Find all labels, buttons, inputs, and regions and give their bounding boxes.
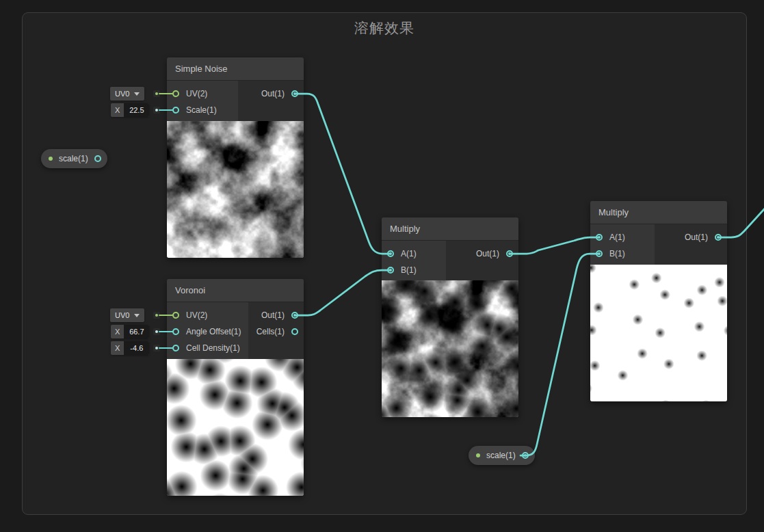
property-node-scale-bottom[interactable]: scale(1) — [469, 446, 535, 465]
scale-connector-dot — [153, 107, 160, 114]
input-row-b: B(1) — [382, 262, 446, 278]
input-row-a: A(1) — [382, 245, 446, 262]
uv-channel-dropdown[interactable]: UV0 — [110, 87, 144, 101]
uv-connector-dot — [153, 90, 160, 97]
cell-density-value-field[interactable]: X -4.6 — [111, 341, 149, 355]
scale-value-field[interactable]: X 22.5 — [111, 103, 149, 117]
multiply-preview-image — [382, 280, 518, 417]
node-simple-noise[interactable]: Simple Noise UV(2) Scale(1) Out(1) — [167, 57, 304, 258]
port-a-input[interactable] — [596, 234, 603, 241]
port-uv-input[interactable] — [172, 312, 179, 319]
property-output-port[interactable] — [94, 155, 101, 162]
output-row-out: Out(1) — [248, 307, 304, 323]
port-cells-output[interactable] — [291, 328, 298, 335]
dropdown-arrow-icon — [134, 314, 140, 317]
node-multiply-1[interactable]: Multiply A(1) B(1) Out(1) — [382, 217, 518, 417]
port-out-output[interactable] — [291, 90, 298, 97]
exposed-property-dot-icon — [476, 453, 480, 457]
shader-graph-canvas[interactable]: 溶解效果 Simple Noise UV(2) Scale(1) Out(1) — [0, 0, 764, 532]
port-a-input[interactable] — [387, 250, 394, 257]
node-title: Multiply — [590, 201, 727, 224]
input-row-uv: UV(2) — [167, 85, 238, 102]
output-row-out: Out(1) — [655, 229, 727, 245]
group-title: 溶解效果 — [22, 18, 747, 38]
port-out-output[interactable] — [715, 234, 722, 241]
port-angle-offset-input[interactable] — [172, 328, 179, 335]
port-b-input[interactable] — [387, 267, 394, 274]
exposed-property-dot-icon — [49, 157, 53, 161]
port-b-input[interactable] — [596, 250, 603, 257]
input-row-scale: Scale(1) — [167, 102, 238, 118]
input-row-b: B(1) — [590, 245, 655, 262]
angle-offset-connector-dot — [153, 328, 160, 335]
property-output-port[interactable] — [522, 452, 529, 459]
port-uv-input[interactable] — [172, 90, 179, 97]
output-row-cells: Cells(1) — [248, 323, 304, 340]
input-row-a: A(1) — [590, 229, 655, 245]
property-node-scale-top[interactable]: scale(1) — [41, 149, 107, 168]
dropdown-arrow-icon — [134, 92, 140, 96]
noise-preview-image — [167, 121, 304, 258]
port-cell-density-input[interactable] — [172, 345, 179, 351]
dissolve-preview-image — [590, 265, 727, 401]
uv-connector-dot — [153, 312, 160, 319]
angle-offset-value-field[interactable]: X 66.7 — [111, 325, 149, 338]
input-row-uv: UV(2) — [167, 307, 248, 323]
output-row-out: Out(1) — [446, 245, 518, 262]
input-row-cell-density: Cell Density(1) — [167, 340, 248, 356]
node-title: Multiply — [382, 217, 518, 241]
node-voronoi[interactable]: Voronoi UV(2) Angle Offset(1) Cell Densi… — [167, 279, 304, 496]
uv-channel-dropdown[interactable]: UV0 — [110, 308, 144, 322]
cell-density-connector-dot — [153, 345, 160, 351]
input-row-angle-offset: Angle Offset(1) — [167, 323, 248, 340]
voronoi-preview-image — [167, 359, 304, 496]
node-multiply-2[interactable]: Multiply A(1) B(1) Out(1) — [590, 201, 727, 401]
node-title: Simple Noise — [167, 57, 304, 81]
port-out-output[interactable] — [506, 250, 513, 257]
node-title: Voronoi — [167, 279, 304, 302]
port-out-output[interactable] — [291, 312, 298, 319]
port-scale-input[interactable] — [172, 107, 179, 114]
output-row-out: Out(1) — [238, 85, 304, 102]
